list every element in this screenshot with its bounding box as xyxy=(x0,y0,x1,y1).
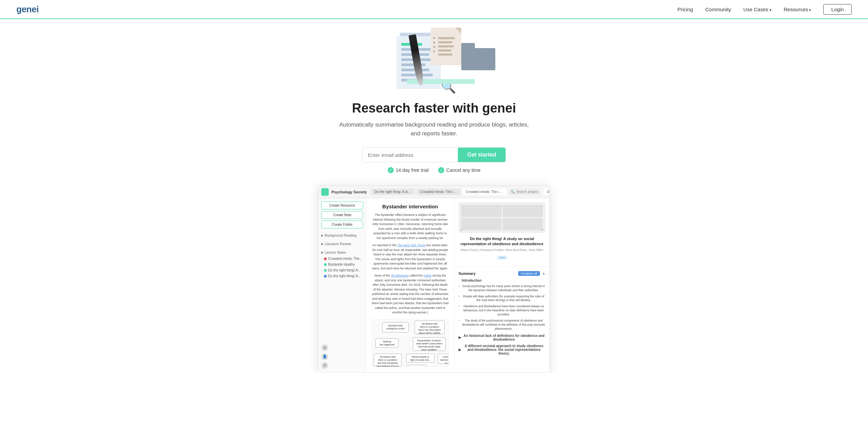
tool-icon-3[interactable]: ☰ xyxy=(321,362,328,369)
trial-check: ✓ 14 day free trial xyxy=(388,167,429,173)
app-right-panel: ⤢ ⤢ Do the right thing! A study on socia… xyxy=(454,198,549,372)
section-expand-icon-3: ▶ xyxy=(459,348,461,352)
flow-node-5: Interpretation of action:what beliefs co… xyxy=(413,337,446,351)
sidebar-item-crowded-label: Crowded minds: The... xyxy=(328,257,362,261)
folder-tab xyxy=(461,43,475,48)
logo[interactable]: genei xyxy=(16,4,38,15)
summary-section-historical[interactable]: ▶ An historical lack of definitions for … xyxy=(459,334,545,341)
hero-illustration: 🔍 xyxy=(362,26,506,94)
preview-image: ⤢ ⤢ xyxy=(459,202,545,233)
email-input[interactable] xyxy=(362,148,458,162)
cancel-check: ✓ Cancel any time xyxy=(438,167,480,173)
section-label-literature: Literature Review xyxy=(325,242,351,246)
sidebar-item-right2-label: Do the right thing! A... xyxy=(328,274,361,278)
preview-cell-3 xyxy=(461,218,501,230)
preview-cell-1 xyxy=(461,205,501,217)
section-expand-icon-2: ▶ xyxy=(459,336,461,339)
create-folder-button[interactable]: Create Folder xyxy=(321,221,363,228)
summary-bullet-3: The study of the psychosocial components… xyxy=(459,319,545,331)
app-main-content: Bystander intervention The bystander eff… xyxy=(366,198,454,372)
expand-arrow-lecture: ▶ xyxy=(321,251,323,254)
witnesses-link[interactable]: 38 witnesses xyxy=(391,274,409,277)
search-text: Search project xyxy=(516,190,538,194)
summary-section-societal[interactable]: ▶ A different societal approach to study… xyxy=(459,344,545,355)
flow-node-8: Revise beliefs inlight of social nnd... xyxy=(406,354,435,362)
sidebar-item-apathy[interactable]: Bystander Apathy xyxy=(321,262,363,267)
sidebar-item-right1-label: Do the right thing! A... xyxy=(328,268,361,272)
collapse-icon[interactable]: ▲ xyxy=(542,271,545,275)
preview-cell-4 xyxy=(503,218,543,230)
tool-icon-2[interactable]: 👤 xyxy=(321,353,328,360)
sidebar-item-right2[interactable]: Do the right thing! A... xyxy=(321,273,363,279)
app-body: Create Resource Create Note Create Folde… xyxy=(319,198,549,372)
app-icon xyxy=(321,188,329,196)
doc-para-2: As reported in the The New York Times tw… xyxy=(372,243,449,271)
trial-label: 14 day free trial xyxy=(396,167,429,173)
navbar: genei Pricing Community Use Cases Resour… xyxy=(0,0,868,19)
mid-line-1 xyxy=(438,37,455,39)
expand-left-icon[interactable]: ⤢ xyxy=(460,228,463,232)
sidebar-item-right1[interactable]: Do the right thing! A... xyxy=(321,267,363,273)
nyt-link[interactable]: The New York Times xyxy=(397,243,425,247)
summary-bullet-0: Social psychology has for many years sho… xyxy=(459,284,545,293)
mid-line-3 xyxy=(438,45,454,47)
nav-link-community[interactable]: Community xyxy=(705,6,731,12)
flow-node-9: Choose again:intervene, observe,or evade… xyxy=(438,354,449,364)
expand-right-icon[interactable]: ⤢ xyxy=(541,228,544,232)
preview-cell-2 xyxy=(503,205,543,217)
sidebar-section-literature[interactable]: ▶ Literature Review xyxy=(321,242,363,246)
flow-node-6: All believe thatthere is a problemand th… xyxy=(374,354,402,367)
summary-header: Summary Compare all ▲ xyxy=(459,271,545,276)
sidebar-tools: ⚙ 👤 ☰ xyxy=(321,342,363,369)
nav-links: Pricing Community Use Cases Resources Lo… xyxy=(677,4,852,15)
tab-1[interactable]: Crowded minds: The implicit bystander e.… xyxy=(417,189,461,195)
app-screenshot: Psychology Society Do the right thing: A… xyxy=(318,186,550,373)
flow-node-1: All believe thatthere is a problemNone h… xyxy=(415,321,445,334)
summary-title: Summary xyxy=(459,271,476,276)
check-icon-cancel: ✓ xyxy=(438,167,444,173)
section-label-background: Background Reading xyxy=(325,234,356,237)
sidebar-section-lecture[interactable]: ▶ Lecture Notes xyxy=(321,251,363,254)
folder-illustration xyxy=(461,43,495,70)
expand-arrow-background: ▶ xyxy=(321,234,323,237)
cancel-label: Cancel any time xyxy=(446,167,480,173)
doc-mid-corner xyxy=(455,28,461,34)
tab-3[interactable]: Do the right thing! A study on... xyxy=(543,189,549,195)
sidebar-item-crowded[interactable]: Crowded minds: The... xyxy=(321,256,363,262)
flow-node-0: Eponymouslyambiguous event xyxy=(382,322,409,332)
tool-icon-1[interactable]: ⚙ xyxy=(321,344,328,351)
compare-all-button[interactable]: Compare all xyxy=(518,271,540,276)
sidebar-section-background[interactable]: ▶ Background Reading xyxy=(321,234,363,237)
mid-line-2 xyxy=(438,41,452,43)
doc-diagram: Eponymouslyambiguous event All believe t… xyxy=(372,319,449,367)
section-intro-label: Introduction xyxy=(462,279,481,282)
flow-node-10: All following the... xyxy=(406,365,427,367)
login-button[interactable]: Login xyxy=(823,4,852,15)
hero-title: Research faster with genei xyxy=(352,101,516,116)
flow-node-3: Nothinghas happened xyxy=(375,338,399,348)
get-started-button[interactable]: Get started xyxy=(458,148,506,162)
nav-link-use-cases[interactable]: Use Cases xyxy=(743,6,771,12)
police-link[interactable]: police xyxy=(423,274,432,277)
doc-title: Bystander intervention xyxy=(372,204,449,209)
create-resource-button[interactable]: Create Resource xyxy=(321,202,363,209)
create-note-button[interactable]: Create Note xyxy=(321,211,363,219)
project-name-tab: Psychology Society xyxy=(331,190,367,194)
tab-2[interactable]: Crowded minds: The implicit bystander e.… xyxy=(462,189,507,195)
doc-mid-lines xyxy=(434,37,458,56)
check-icon-trial: ✓ xyxy=(388,167,394,173)
preview-grid xyxy=(459,202,545,233)
doc-tag-web: WEB xyxy=(497,255,507,260)
tab-search[interactable]: 🔍 Search project xyxy=(508,189,541,195)
mid-line-5 xyxy=(438,54,452,56)
tab-0[interactable]: Do the right thing: A study on social re… xyxy=(371,189,415,195)
search-icon-tab: 🔍 xyxy=(511,190,515,194)
folder-body xyxy=(461,48,495,70)
nav-link-pricing[interactable]: Pricing xyxy=(677,6,693,12)
cta-row: Get started xyxy=(362,147,506,162)
nav-link-resources[interactable]: Resources xyxy=(784,6,811,12)
mid-line-4 xyxy=(438,49,451,51)
right-summary-panel: Summary Compare all ▲ ○ Introduction Soc… xyxy=(454,267,549,372)
hero-section: 🔍 Research faster with genei Automatical… xyxy=(0,19,868,373)
section-historical-label: An historical lack of definitions for ob… xyxy=(463,334,545,341)
